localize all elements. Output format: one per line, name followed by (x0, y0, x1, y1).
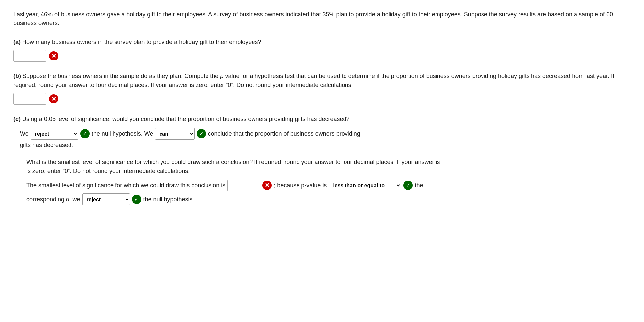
we-label: We (20, 129, 29, 138)
corr-alpha-text: corresponding α, we (26, 195, 80, 204)
part-c-text: Using a 0.05 level of significance, woul… (22, 116, 350, 122)
conclude-text: conclude that the proportion of business… (208, 129, 360, 138)
part-a-text: How many business owners in the survey p… (22, 39, 261, 45)
part-b-block: (b) Suppose the business owners in the s… (13, 72, 631, 105)
intro-text: Last year, 46% of business owners gave a… (13, 11, 613, 26)
the-text: the (415, 181, 423, 190)
smallest-level-intro2: is zero, enter “0”. Do not round your in… (26, 167, 631, 176)
part-a-block: (a) How many business owners in the surv… (13, 38, 631, 62)
because-text: ; because p-value is (274, 181, 327, 190)
dropdown2-success-icon: ✓ (197, 129, 206, 138)
part-a-input[interactable] (13, 50, 46, 62)
part-a-error-icon: ✕ (49, 51, 58, 60)
part-b-input[interactable] (13, 93, 46, 105)
part-a-label: (a) (13, 39, 21, 45)
dropdown4-success-icon: ✓ (132, 195, 141, 204)
part-c-question: (c) Using a 0.05 level of significance, … (13, 115, 631, 124)
smallest-level-intro: What is the smallest level of significan… (26, 158, 631, 167)
part-b-text-start: Suppose the business owners in the sampl… (23, 73, 218, 79)
part-b-error-icon: ✕ (49, 94, 58, 103)
gifts-decreased-text: gifts has decreased. (20, 141, 631, 150)
reject-row-2: corresponding α, we reject fail to rejec… (26, 193, 631, 205)
dropdown1-success-icon: ✓ (80, 129, 90, 138)
reject-dropdown-2[interactable]: reject fail to reject (82, 193, 130, 205)
part-c-content: We reject fail to reject ✓ the null hypo… (20, 128, 631, 205)
part-b-question: (b) Suppose the business owners in the s… (13, 72, 631, 90)
part-c-label: (c) (13, 116, 21, 122)
smallest-level-block: What is the smallest level of significan… (26, 158, 631, 205)
part-c-block: (c) Using a 0.05 level of significance, … (13, 115, 631, 205)
part-b-label: (b) (13, 73, 21, 79)
null-hyp2-text: the null hypothesis. (143, 195, 194, 204)
smallest-text-start: The smallest level of significance for w… (26, 181, 225, 190)
null-hyp-text: the null hypothesis. We (92, 129, 153, 138)
part-a-input-row: ✕ (13, 50, 631, 62)
dropdown3-success-icon: ✓ (403, 181, 413, 190)
smallest-error-icon: ✕ (262, 181, 272, 190)
smallest-level-input[interactable] (227, 180, 260, 191)
part-b-input-row: ✕ (13, 93, 631, 105)
smallest-level-row: The smallest level of significance for w… (26, 180, 631, 191)
intro-paragraph: Last year, 46% of business owners gave a… (13, 10, 631, 28)
reject-dropdown-1[interactable]: reject fail to reject (31, 128, 78, 140)
can-dropdown[interactable]: can cannot (155, 128, 195, 140)
comparison-dropdown[interactable]: less than or equal to greater than less … (329, 180, 401, 191)
part-b-p-italic: p (220, 73, 223, 79)
part-a-question: (a) How many business owners in the surv… (13, 38, 631, 47)
conclusion-row-1: We reject fail to reject ✓ the null hypo… (20, 128, 631, 140)
